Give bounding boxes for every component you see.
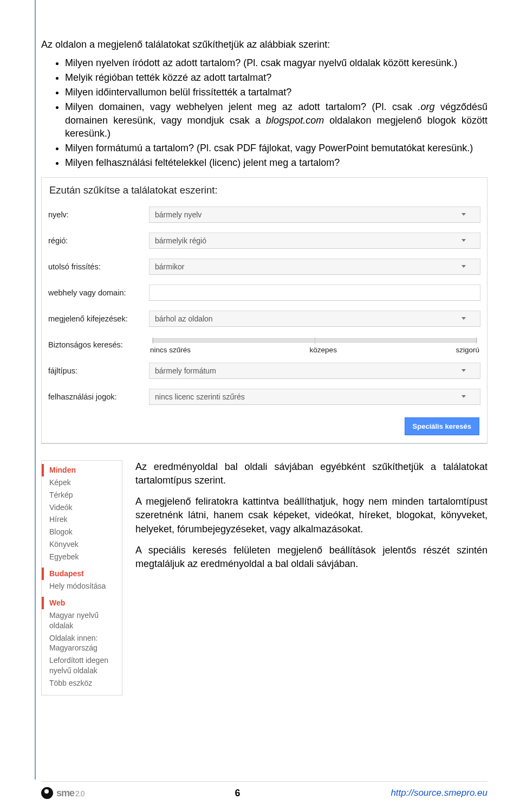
sidebar-item-label: Térkép [49, 491, 73, 499]
sidebar-item[interactable]: Magyar nyelvű oldalak [42, 609, 122, 632]
bullet-list: Milyen nyelven íródott az adott tartalom… [41, 56, 487, 170]
filetype-select[interactable]: bármely formátum [149, 363, 480, 379]
sidebar-item[interactable]: Blogok [42, 526, 122, 538]
sidebar-item-label: Budapest [49, 569, 84, 578]
page-left-rule [35, 0, 36, 779]
chevron-down-icon [461, 369, 466, 372]
chevron-down-icon [461, 395, 466, 398]
slider-tick [315, 337, 315, 344]
chevron-down-icon [461, 213, 466, 216]
lang-select[interactable]: bármely nyelv [149, 207, 480, 223]
bullet-item: Milyen nyelven íródott az adott tartalom… [65, 56, 487, 70]
terms-select[interactable]: bárhol az oldalon [149, 311, 480, 327]
region-select[interactable]: bármelyik régió [149, 233, 480, 249]
filetype-label: fájltípus: [48, 366, 149, 375]
safesearch-slider[interactable] [152, 338, 477, 343]
site-input[interactable] [149, 285, 480, 301]
rights-select[interactable]: nincs licenc szerinti szűrés [149, 389, 480, 405]
sidebar-item-label: Lefordított idegen nyelvű oldalak [49, 656, 108, 675]
lang-value: bármely nyelv [155, 210, 202, 219]
paragraph: Az eredményoldal bal oldali sávjában egy… [135, 460, 487, 487]
slider-label-strict: szigorú [456, 346, 479, 354]
rights-label: felhasználási jogok: [48, 392, 149, 401]
bullet-item: Melyik régióban tették közzé az adott ta… [65, 71, 487, 85]
bullet-text-italic: blogspot.com [266, 115, 324, 126]
active-indicator [42, 464, 44, 476]
advanced-search-panel: Ezután szűkítse a találatokat eszerint: … [41, 177, 487, 444]
active-indicator [42, 597, 44, 609]
sidebar-item[interactable]: Képek [42, 476, 122, 489]
brand-logo-icon [41, 787, 53, 799]
bullet-text-italic: .org [418, 101, 434, 112]
slider-label-none: nincs szűrés [150, 346, 191, 354]
sidebar-item[interactable]: Lefordított idegen nyelvű oldalak [42, 654, 122, 677]
intro-text: Az oldalon a megjelenő találatokat szűkí… [41, 38, 487, 51]
sidebar-item-label: Magyar nyelvű oldalak [49, 611, 99, 630]
sidebar-item-label: Videók [49, 503, 73, 512]
advanced-search-button[interactable]: Speciális keresés [405, 417, 479, 435]
active-indicator [42, 568, 44, 580]
sidebar-item-label: Hírek [49, 515, 67, 524]
paragraph: A speciális keresés felületen megjelenő … [135, 544, 487, 571]
sidebar-item[interactable]: Egyebek [42, 551, 122, 563]
sidebar-item-label: Egyebek [49, 552, 79, 561]
sidebar-item-label: Könyvek [49, 540, 79, 549]
sidebar-item[interactable]: Web [42, 597, 122, 609]
bullet-item: Milyen domainen, vagy webhelyen jelent m… [65, 100, 487, 140]
sidebar-item[interactable]: Több eszköz [42, 677, 122, 689]
sidebar-item[interactable]: Hírek [42, 513, 122, 526]
slider-label-medium: közepes [310, 346, 337, 354]
sidebar-item[interactable]: Oldalak innen: Magyarország [42, 632, 122, 655]
sidebar-item[interactable]: Budapest [42, 568, 122, 580]
rights-value: nincs licenc szerinti szűrés [155, 392, 245, 401]
advanced-search-title: Ezután szűkítse a találatokat eszerint: [42, 178, 487, 202]
updated-select[interactable]: bármikor [149, 259, 480, 275]
sidebar-item-label: Oldalak innen: Magyarország [49, 634, 98, 653]
bullet-item: Milyen felhasználási feltételekkel (lice… [65, 156, 487, 170]
filetype-value: bármely formátum [155, 366, 216, 375]
page-number: 6 [235, 788, 240, 799]
paragraph: A megjelenő feliratokra kattintva beállí… [135, 495, 487, 536]
updated-value: bármikor [155, 262, 184, 271]
terms-label: megjelenő kifejezések: [48, 314, 149, 323]
slider-tick [153, 337, 153, 344]
updated-label: utolsó frissítés: [48, 262, 149, 271]
lang-label: nyelv: [48, 210, 149, 219]
sidebar-item-label: Hely módosítása [49, 582, 106, 590]
sidebar-item[interactable]: Minden [42, 464, 122, 476]
results-sidebar: MindenKépekTérképVideókHírekBlogokKönyve… [41, 460, 122, 695]
safesearch-label: Biztonságos keresés: [48, 340, 149, 349]
sidebar-item[interactable]: Térkép [42, 489, 122, 501]
sidebar-item-label: Web [49, 598, 65, 607]
page-footer: sme2.0 6 http://source.smepro.eu [41, 787, 487, 799]
sidebar-item-label: Minden [49, 466, 76, 474]
sidebar-item-label: Több eszköz [49, 679, 92, 687]
sidebar-item[interactable]: Videók [42, 501, 122, 514]
terms-value: bárhol az oldalon [155, 314, 213, 323]
explanatory-text: Az eredményoldal bal oldali sávjában egy… [135, 460, 487, 695]
region-label: régió: [48, 236, 149, 245]
region-value: bármelyik régió [155, 236, 206, 245]
sidebar-item[interactable]: Hely módosítása [42, 580, 122, 592]
bullet-text: Milyen domainen, vagy webhelyen jelent m… [65, 101, 418, 112]
sidebar-item[interactable]: Könyvek [42, 538, 122, 551]
slider-tick [476, 337, 477, 344]
brand-version: 2.0 [75, 789, 84, 798]
chevron-down-icon [461, 239, 466, 242]
brand-block: sme2.0 [41, 787, 84, 799]
footer-divider [41, 781, 487, 782]
site-label: webhely vagy domain: [48, 288, 149, 297]
bullet-item: Milyen formátumú a tartalom? (Pl. csak P… [65, 141, 487, 155]
brand-name: sme [56, 788, 74, 798]
bullet-item: Milyen időintervallumon belül frissített… [65, 86, 487, 99]
sidebar-item-label: Blogok [49, 527, 73, 536]
sidebar-item-label: Képek [49, 478, 71, 487]
footer-url[interactable]: http://source.smepro.eu [391, 788, 487, 798]
chevron-down-icon [461, 317, 466, 320]
chevron-down-icon [461, 265, 466, 268]
